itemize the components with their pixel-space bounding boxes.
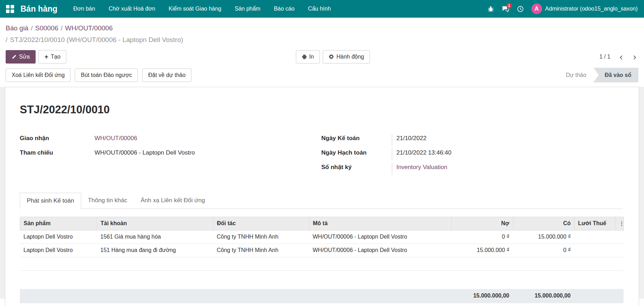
breadcrumb-link-quotations[interactable]: Báo giá [6,24,28,32]
user-menu[interactable]: Administrator (odoo15_anglo_saxon) [545,6,638,12]
messages-count-badge: 1 [506,3,512,8]
breadcrumb-line-1: Báo giá/S00006/WH/OUT/00006 [6,22,638,34]
pager: 1 / 1 ‹ › [600,52,638,61]
cell-label: WH/OUT/00006 - Laptopn Dell Vostro [309,230,452,244]
table-empty-row [20,257,624,270]
reverse-entry-button[interactable]: Bút toán Đảo ngược [75,68,138,82]
breadcrumb-line-2: /STJ/2022/10/0010 (WH/OUT/00006 - Laptop… [6,34,638,46]
field-label-delivery: Giao nhận [20,134,95,142]
create-button[interactable]: + Tạo [38,50,66,64]
column-options-icon[interactable]: ⋮ [615,217,624,230]
cell-debit: 15.000.000 ₫ [452,244,513,257]
cell-tax-grid [575,244,615,257]
status-stage-posted[interactable]: Đã vào sổ [593,68,638,83]
table-row[interactable]: Laptopn Dell Vostro 151 Hàng mua đang đi… [20,244,624,257]
breadcrumb: Báo giá/S00006/WH/OUT/00006 /STJ/2022/10… [0,18,644,47]
printer-icon [302,54,307,59]
field-value-reference: WH/OUT/00006 - Laptopn Dell Vostro [95,148,195,156]
breadcrumb-current: STJ/2022/10/0010 (WH/OUT/00006 - Laptopn… [10,36,183,43]
nav-menu-products[interactable]: Sản phẩm [228,0,267,18]
form-sheet: STJ/2022/10/0010 Giao nhận WH/OUT/00006 … [5,87,639,306]
debug-bug-icon[interactable] [484,0,498,18]
status-row: Xoá Liên kết Đối ứng Bút toán Đảo ngược … [0,67,644,87]
action-button-label: Hành động [336,54,364,60]
cell-tax-grid [575,230,615,244]
apps-menu-button[interactable] [0,0,20,18]
total-credit: 15.000.000,00 [513,289,574,303]
status-stage-draft[interactable]: Dự thảo [559,68,594,83]
col-header-account: Tài khoản [97,217,213,230]
print-button-label: In [309,54,314,60]
cell-label: WH/OUT/00006 - Laptopn Dell Vostro [309,244,452,257]
col-header-debit: Nợ [452,217,513,230]
field-groups: Giao nhận WH/OUT/00006 Tham chiếu WH/OUT… [20,134,623,177]
nav-menu-orders[interactable]: Đơn bán [67,0,102,18]
field-label-posting-date: Ngày Hạch toán [321,148,392,156]
col-header-product: Sản phẩm [20,217,97,230]
notebook-tabs: Phát sinh Kế toán Thông tin khác Ánh xạ … [20,193,623,209]
breadcrumb-link-sale-order[interactable]: S00006 [35,24,59,32]
field-label-journal: Sổ nhật ký [321,163,392,171]
document-title: STJ/2022/10/0010 [20,103,623,116]
top-navbar: Bán hàng Đơn bán Chờ xuất Hoá đơn Kiểm s… [0,0,644,18]
nav-menu-to-invoice[interactable]: Chờ xuất Hoá đơn [102,0,162,18]
cell-account: 151 Hàng mua đang đi đường [97,244,213,257]
pencil-icon [12,54,17,59]
field-label-accounting-date: Ngày Kế toán [321,134,392,142]
messages-icon[interactable]: 1 [498,0,513,18]
nav-menu-reporting[interactable]: Báo cáo [267,0,301,18]
col-header-partner: Đối tác [213,217,309,230]
form-content: STJ/2022/10/0010 Giao nhận WH/OUT/00006 … [0,87,644,299]
breadcrumb-separator: / [6,36,7,43]
col-header-credit: Có [513,217,575,230]
cell-product: Laptopn Dell Vostro [20,230,97,244]
breadcrumb-link-delivery[interactable]: WH/OUT/00006 [65,24,113,32]
totals-row: 15.000.000,00 15.000.000,00 [20,289,624,304]
col-header-label: Mô tả [309,217,452,230]
cell-partner: Công ty TNHH Minh Anh [213,230,309,244]
cell-credit: 0 ₫ [513,244,575,257]
activities-clock-icon[interactable] [513,0,528,18]
edit-button-label: Sửa [19,54,30,60]
pager-next-icon[interactable]: › [632,52,638,61]
tab-reconciliation-mapping[interactable]: Ánh xạ Liên kết Đối ứng [134,193,212,209]
app-name[interactable]: Bán hàng [20,4,57,14]
form-toolbar: Sửa + Tạo In Hành động 1 / 1 ‹ › [0,47,644,67]
cell-account: 1561 Giá mua hàng hóa [97,230,213,244]
create-button-label: Tạo [51,54,61,60]
tab-journal-items[interactable]: Phát sinh Kế toán [20,193,81,209]
table-header-row: Sản phẩm Tài khoản Đối tác Mô tả Nợ Có L… [20,217,624,230]
edit-button[interactable]: Sửa [6,50,36,64]
journal-items-table: Sản phẩm Tài khoản Đối tác Mô tả Nợ Có L… [20,217,624,271]
field-value-accounting-date: 21/10/2022 [392,134,426,146]
gear-icon [329,54,334,59]
print-button[interactable]: In [296,50,320,64]
plus-icon: + [44,54,48,60]
total-debit: 15.000.000,00 [451,289,513,303]
apps-grid-icon [6,5,14,13]
cell-product: Laptopn Dell Vostro [20,244,97,257]
cell-debit: 0 ₫ [452,230,513,244]
col-header-tax-grid: Lưới Thuế [575,217,615,230]
field-label-reference: Tham chiếu [20,148,95,156]
cell-credit: 15.000.000 ₫ [513,230,575,244]
field-value-delivery-link[interactable]: WH/OUT/00006 [95,135,137,142]
action-button[interactable]: Hành động [323,50,370,64]
table-row[interactable]: Laptopn Dell Vostro 1561 Giá mua hàng hó… [20,230,624,244]
pager-previous-icon[interactable]: ‹ [618,52,624,61]
user-avatar[interactable]: A [531,4,542,14]
field-value-journal-link[interactable]: Inventory Valuation [396,164,447,170]
field-value-posting-date: 21/10/2022 13:46:40 [392,148,451,160]
breadcrumb-separator: / [31,24,32,32]
breadcrumb-separator: / [61,24,62,32]
statusbar: Dự thảo Đã vào sổ [559,68,638,83]
nav-menu-configuration[interactable]: Cấu hình [301,0,338,18]
reset-to-draft-button[interactable]: Đặt về dự thảo [142,68,192,82]
navbar-systray: 1 A Administrator (odoo15_anglo_saxon) [484,0,644,18]
cell-partner: Công ty TNHH Minh Anh [213,244,309,257]
pager-text: 1 / 1 [600,54,610,60]
tab-other-info[interactable]: Thông tin khác [81,193,134,209]
remove-reconciliation-button[interactable]: Xoá Liên kết Đối ứng [6,68,71,82]
nav-menu-delivery-control[interactable]: Kiểm soát Giao hàng [162,0,228,18]
